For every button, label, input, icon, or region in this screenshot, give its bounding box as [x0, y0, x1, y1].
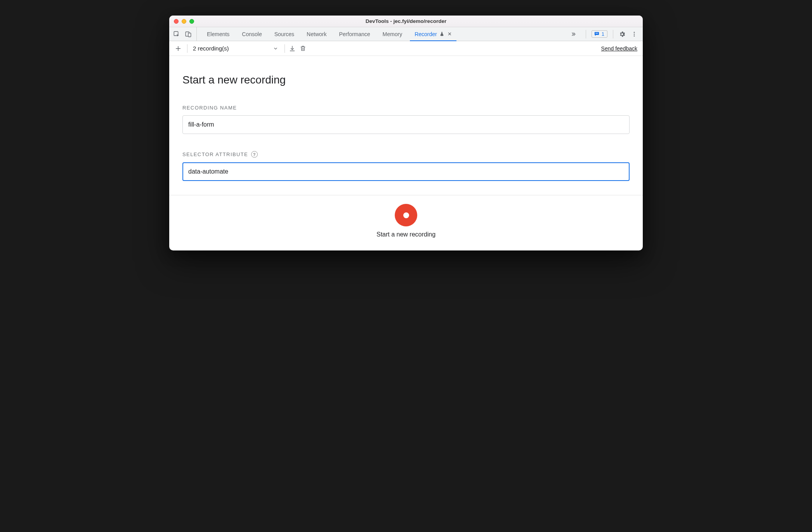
label-text: Selector Attribute [182, 151, 248, 157]
inspect-tools [172, 27, 197, 41]
separator [613, 30, 613, 38]
start-recording-label: Start a new recording [377, 231, 435, 238]
selector-attribute-label: Selector Attribute ? [182, 151, 630, 158]
traffic-lights [174, 19, 194, 24]
window-titlebar: DevTools - jec.fyi/demo/recorder [169, 16, 643, 27]
svg-rect-3 [595, 33, 598, 33]
separator [285, 44, 285, 53]
tab-memory[interactable]: Memory [377, 27, 409, 41]
more-tabs-button[interactable] [566, 27, 580, 41]
tab-sources[interactable]: Sources [268, 27, 300, 41]
chevron-down-icon [273, 46, 278, 51]
recording-name-input[interactable] [182, 115, 630, 134]
recording-name-label: Recording Name [182, 105, 630, 111]
recorder-main: Start a new recording Recording Name Sel… [169, 56, 643, 195]
export-download-icon[interactable] [289, 45, 296, 52]
tab-label: Elements [207, 31, 229, 37]
selector-attribute-input[interactable] [182, 162, 630, 181]
window-title: DevTools - jec.fyi/demo/recorder [174, 18, 638, 24]
panel-tabstrip: Elements Console Sources Network Perform… [169, 27, 643, 41]
svg-point-4 [634, 32, 635, 33]
tab-network[interactable]: Network [300, 27, 333, 41]
recordings-dropdown[interactable]: 2 recording(s) [191, 44, 281, 52]
tab-label: Console [242, 31, 262, 37]
tab-console[interactable]: Console [236, 27, 268, 41]
issues-count: 1 [602, 31, 604, 37]
separator [586, 30, 586, 38]
panel-tabs: Elements Console Sources Network Perform… [201, 27, 566, 41]
close-tab-icon[interactable]: ✕ [448, 31, 452, 37]
delete-trash-icon[interactable] [300, 45, 306, 52]
devtools-window: DevTools - jec.fyi/demo/recorder Element… [169, 16, 643, 250]
zoom-window-button[interactable] [189, 19, 194, 24]
label-text: Recording Name [182, 105, 237, 111]
start-recording-button[interactable] [395, 204, 417, 226]
close-window-button[interactable] [174, 19, 179, 24]
tab-recorder[interactable]: Recorder ✕ [408, 27, 458, 41]
help-icon[interactable]: ? [251, 151, 258, 158]
device-toolbar-icon[interactable] [185, 31, 192, 38]
inspect-element-icon[interactable] [173, 31, 180, 38]
tab-performance[interactable]: Performance [333, 27, 376, 41]
kebab-menu-icon[interactable] [631, 31, 637, 37]
page-heading: Start a new recording [182, 74, 630, 86]
separator [187, 44, 187, 53]
svg-point-6 [634, 35, 635, 37]
new-recording-plus-icon[interactable] [173, 45, 183, 52]
issues-counter[interactable]: 1 [592, 30, 607, 38]
tab-label: Sources [274, 31, 294, 37]
tabstrip-right-tools: 1 [580, 27, 640, 41]
selector-attribute-field: Selector Attribute ? [182, 151, 630, 181]
flask-experimental-icon [439, 31, 444, 37]
minimize-window-button[interactable] [182, 19, 186, 24]
tab-label: Memory [383, 31, 403, 37]
send-feedback-link[interactable]: Send feedback [601, 45, 637, 52]
svg-point-5 [634, 33, 635, 35]
tab-label: Performance [339, 31, 370, 37]
recording-name-field: Recording Name [182, 105, 630, 134]
tab-elements[interactable]: Elements [201, 27, 236, 41]
message-icon [594, 31, 600, 37]
svg-rect-2 [188, 33, 191, 37]
tab-label: Recorder [415, 31, 437, 37]
recorder-toolbar: 2 recording(s) Send feedback [169, 41, 643, 56]
recordings-summary: 2 recording(s) [193, 45, 229, 52]
settings-gear-icon[interactable] [619, 31, 626, 38]
tab-label: Network [307, 31, 326, 37]
record-dot-icon [403, 212, 409, 218]
recorder-footer: Start a new recording [169, 195, 643, 250]
